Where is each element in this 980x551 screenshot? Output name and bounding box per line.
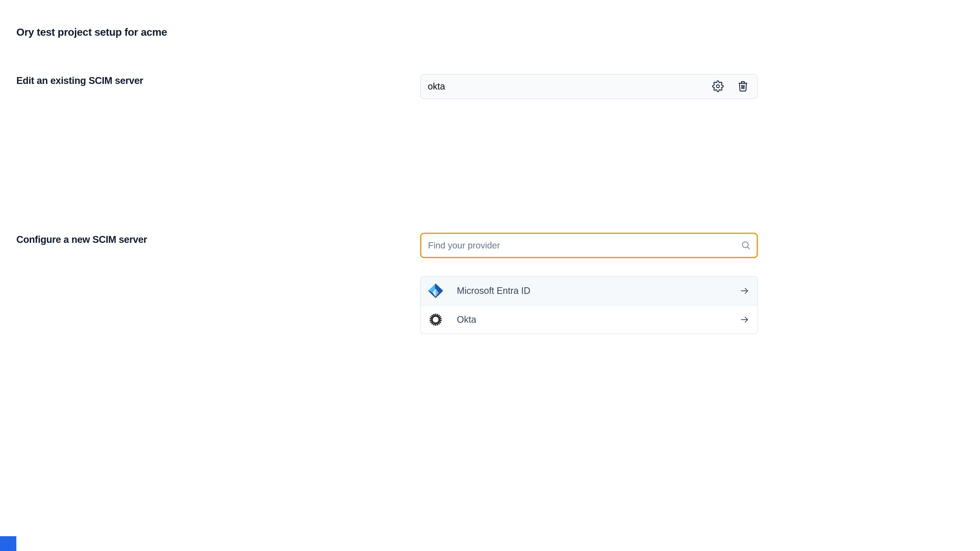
microsoft-entra-id-icon: [428, 283, 443, 298]
provider-search-input[interactable]: [420, 233, 758, 258]
provider-search: [420, 233, 758, 258]
existing-scim-server-card[interactable]: okta: [420, 74, 758, 99]
okta-icon: [428, 312, 443, 327]
gear-icon: [712, 80, 724, 93]
scim-setup-page: Ory test project setup for acme Edit an …: [0, 0, 980, 551]
trash-icon: [737, 80, 749, 93]
provider-list: Microsoft Entra ID: [420, 276, 758, 334]
server-settings-button[interactable]: [712, 81, 724, 92]
provider-label: Okta: [457, 314, 476, 325]
scim-server-name: okta: [428, 81, 445, 92]
provider-row-okta[interactable]: Okta: [421, 305, 757, 333]
provider-row-microsoft-entra-id[interactable]: Microsoft Entra ID: [421, 276, 757, 305]
page-title: Ory test project setup for acme: [16, 26, 167, 38]
arrow-right-icon: [740, 314, 750, 325]
blue-corner-marker: [0, 536, 16, 551]
provider-label: Microsoft Entra ID: [457, 286, 530, 296]
server-actions: [712, 81, 749, 92]
arrow-right-icon: [740, 286, 750, 296]
server-delete-button[interactable]: [737, 81, 749, 92]
configure-scim-heading: Configure a new SCIM server: [16, 234, 147, 245]
edit-scim-heading: Edit an existing SCIM server: [16, 75, 143, 86]
